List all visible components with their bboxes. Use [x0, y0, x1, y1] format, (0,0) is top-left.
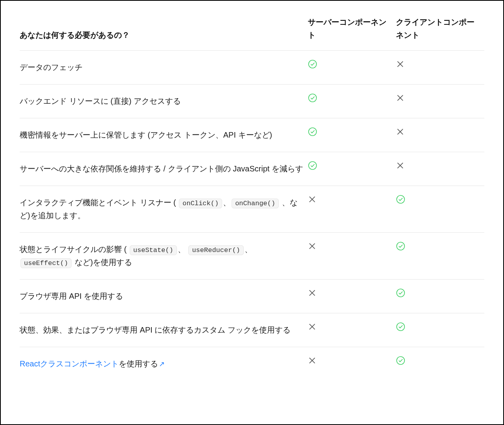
check-circle-icon [396, 241, 405, 251]
table-row: バックエンド リソースに (直接) アクセスする [20, 85, 484, 118]
client-cell [396, 118, 484, 152]
client-cell [396, 186, 484, 233]
header-client: クライアントコンポーネント [396, 10, 484, 51]
inline-code: useState() [130, 245, 177, 255]
table-header-row: あなたは何する必要があるの？ サーバーコンポーネント クライアントコンポーネント [20, 10, 484, 51]
table-row: ブラウザ専用 API を使用する [20, 280, 484, 313]
need-cell: ブラウザ専用 API を使用する [20, 280, 308, 313]
comparison-table: あなたは何する必要があるの？ サーバーコンポーネント クライアントコンポーネント… [20, 10, 484, 386]
check-circle-icon [396, 322, 405, 331]
inline-code: onChange() [232, 199, 279, 208]
need-cell: データのフェッチ [20, 51, 308, 85]
need-cell: 状態、効果、またはブラウザ専用 API に依存するカスタム フックを使用する [20, 313, 308, 347]
inline-code: useEffect() [20, 258, 72, 268]
header-need: あなたは何する必要があるの？ [20, 10, 308, 51]
check-circle-icon [396, 195, 405, 204]
need-cell: Reactクラスコンポーネントを使用する↗ [20, 347, 308, 386]
svg-point-14 [397, 195, 405, 203]
react-class-component-link[interactable]: Reactクラスコンポーネント [20, 359, 119, 368]
client-cell [396, 233, 484, 280]
inline-code: useReducer() [188, 245, 243, 255]
server-cell [308, 347, 396, 386]
x-mark-icon [396, 127, 405, 136]
server-cell [308, 280, 396, 313]
svg-point-6 [309, 128, 316, 136]
x-mark-icon [396, 161, 405, 170]
document-frame: あなたは何する必要があるの？ サーバーコンポーネント クライアントコンポーネント… [0, 0, 504, 425]
x-mark-icon [308, 195, 316, 204]
svg-point-23 [397, 323, 405, 331]
x-mark-icon [308, 242, 316, 250]
client-cell [396, 313, 484, 347]
server-cell [308, 51, 396, 85]
client-cell [396, 51, 484, 85]
external-link-icon: ↗ [159, 360, 165, 368]
server-cell [308, 85, 396, 118]
need-cell: サーバーへの大きな依存関係を維持する / クライアント側の JavaScript… [20, 152, 308, 186]
svg-point-20 [397, 289, 405, 297]
client-cell [396, 347, 484, 386]
check-circle-icon [396, 356, 405, 365]
x-mark-icon [396, 94, 405, 102]
x-mark-icon [308, 322, 316, 331]
x-mark-icon [308, 289, 316, 297]
svg-point-9 [309, 162, 316, 169]
check-circle-icon [308, 93, 317, 103]
server-cell [308, 152, 396, 186]
svg-point-26 [397, 357, 405, 364]
table-row: Reactクラスコンポーネントを使用する↗ [20, 347, 484, 386]
x-mark-icon [396, 60, 405, 68]
need-cell: バックエンド リソースに (直接) アクセスする [20, 85, 308, 118]
check-circle-icon [308, 59, 317, 69]
x-mark-icon [308, 356, 316, 365]
need-cell: 機密情報をサーバー上に保管します (アクセス トークン、API キーなど) [20, 118, 308, 152]
svg-point-17 [397, 242, 405, 250]
inline-code: onClick() [179, 199, 222, 208]
svg-point-3 [309, 94, 316, 102]
client-cell [396, 280, 484, 313]
table-row: サーバーへの大きな依存関係を維持する / クライアント側の JavaScript… [20, 152, 484, 186]
table-row: 状態とライフサイクルの影響 ( useState()、 useReducer()… [20, 233, 484, 280]
client-cell [396, 152, 484, 186]
check-circle-icon [308, 127, 317, 136]
server-cell [308, 118, 396, 152]
table-row: インタラクティブ機能とイベント リスナー ( onClick()、onChang… [20, 186, 484, 233]
server-cell [308, 186, 396, 233]
need-cell: インタラクティブ機能とイベント リスナー ( onClick()、onChang… [20, 186, 308, 233]
header-server: サーバーコンポーネント [308, 10, 396, 51]
svg-point-0 [309, 60, 316, 68]
server-cell [308, 233, 396, 280]
table-row: データのフェッチ [20, 51, 484, 85]
table-row: 機密情報をサーバー上に保管します (アクセス トークン、API キーなど) [20, 118, 484, 152]
table-row: 状態、効果、またはブラウザ専用 API に依存するカスタム フックを使用する [20, 313, 484, 347]
server-cell [308, 313, 396, 347]
need-cell: 状態とライフサイクルの影響 ( useState()、 useReducer()… [20, 233, 308, 280]
check-circle-icon [308, 161, 317, 170]
client-cell [396, 85, 484, 118]
check-circle-icon [396, 288, 405, 298]
